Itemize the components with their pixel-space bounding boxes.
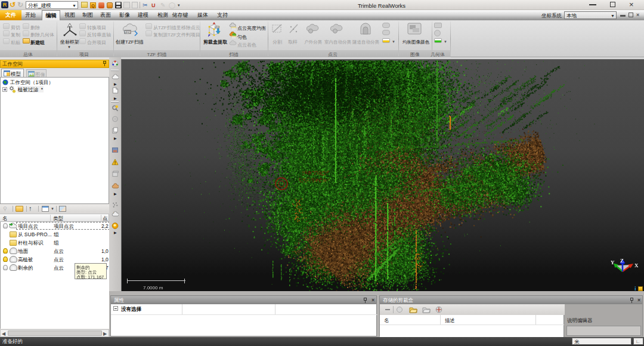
- svg-text:Z: Z: [620, 258, 624, 264]
- svg-text:TZF: TZF: [125, 30, 131, 34]
- svg-text:TZF: TZF: [215, 26, 219, 29]
- svg-text:Y: Y: [611, 260, 615, 265]
- svg-text:X: X: [634, 262, 639, 268]
